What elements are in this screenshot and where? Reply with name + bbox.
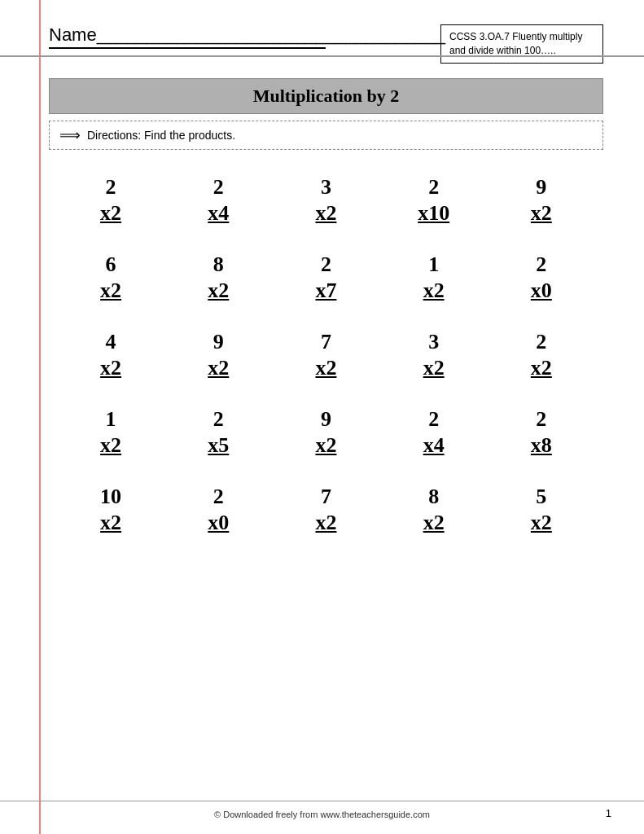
problem-3-2: 9x2 [177, 329, 259, 382]
problem-3-5: 2x2 [501, 329, 582, 382]
problems-row-2: 6x28x22x71x22x0 [49, 235, 603, 313]
problem-bottom: x2 [100, 432, 121, 459]
problem-top: 7 [321, 329, 331, 354]
problem-bottom: x2 [208, 277, 229, 305]
problem-top: 2 [213, 484, 224, 509]
problem-bottom: x4 [423, 432, 445, 459]
problem-1-5: 9x2 [501, 174, 582, 227]
problem-bottom: x2 [531, 354, 552, 382]
problem-5-3: 7x2 [285, 484, 366, 537]
problem-top: 2 [106, 174, 116, 200]
problem-3-3: 7x2 [285, 329, 366, 382]
header: Name___________________________________ … [49, 24, 603, 64]
problem-top: 6 [106, 252, 116, 277]
problem-4-1: 1x2 [70, 406, 151, 459]
problem-bottom: x0 [208, 509, 229, 537]
problem-2-5: 2x0 [501, 252, 582, 305]
problem-bottom: x2 [531, 200, 552, 227]
problem-top: 2 [536, 329, 546, 354]
problem-top: 2 [536, 406, 546, 432]
problem-1-1: 2x2 [70, 174, 151, 227]
problem-2-3: 2x7 [285, 252, 366, 305]
footer-text: © Downloaded freely from www.theteachers… [214, 810, 430, 819]
problem-top: 1 [428, 252, 439, 277]
problem-top: 4 [106, 329, 116, 354]
directions-text: Directions: Find the products. [87, 129, 235, 142]
problem-top: 1 [106, 406, 116, 432]
problem-bottom: x2 [315, 509, 336, 537]
problem-bottom: x7 [315, 277, 336, 305]
problem-3-4: 3x2 [393, 329, 475, 382]
problem-1-4: 2x10 [393, 174, 475, 227]
problem-3-1: 4x2 [70, 329, 151, 382]
problem-top: 7 [321, 484, 331, 509]
problem-bottom: x4 [208, 200, 229, 227]
name-label: Name [49, 24, 97, 45]
problem-bottom: x2 [208, 354, 229, 382]
problems-grid: 2x22x43x22x109x26x28x22x71x22x04x29x27x2… [49, 158, 603, 545]
problem-top: 3 [428, 329, 439, 354]
problem-top: 3 [321, 174, 331, 200]
problem-bottom: x2 [100, 200, 121, 227]
problem-top: 9 [321, 406, 331, 432]
problem-top: 2 [213, 174, 224, 200]
problem-5-4: 8x2 [393, 484, 475, 537]
standard-box: CCSS 3.OA.7 Fluently multiply and divide… [440, 24, 603, 64]
problems-row-5: 10x22x07x28x25x2 [49, 467, 603, 545]
problem-top: 5 [536, 484, 546, 509]
problem-bottom: x2 [315, 432, 336, 459]
problem-4-2: 2x5 [177, 406, 259, 459]
problem-2-4: 1x2 [393, 252, 475, 305]
problem-bottom: x2 [100, 354, 121, 382]
problem-bottom: x2 [423, 277, 445, 305]
problem-4-3: 9x2 [285, 406, 366, 459]
problems-row-1: 2x22x43x22x109x2 [49, 158, 603, 235]
footer: © Downloaded freely from www.theteachers… [0, 810, 644, 819]
problem-2-1: 6x2 [70, 252, 151, 305]
footer-line [0, 801, 644, 802]
problem-bottom: x2 [423, 354, 445, 382]
arrow-icon: ⟹ [59, 126, 81, 144]
problem-bottom: x2 [315, 354, 336, 382]
problem-top: 2 [321, 252, 331, 277]
problem-top: 10 [100, 484, 121, 509]
problem-4-4: 2x4 [393, 406, 475, 459]
problem-bottom: x2 [100, 277, 121, 305]
problem-top: 9 [536, 174, 546, 200]
standard-text: CCSS 3.OA.7 Fluently multiply and divide… [449, 31, 582, 56]
problem-5-5: 5x2 [501, 484, 582, 537]
problem-5-2: 2x0 [177, 484, 259, 537]
problem-top: 8 [213, 252, 224, 277]
directions-box: ⟹ Directions: Find the products. [49, 121, 603, 150]
problem-bottom: x2 [423, 509, 445, 537]
problem-bottom: x5 [208, 432, 229, 459]
problem-4-5: 2x8 [501, 406, 582, 459]
problem-top: 8 [428, 484, 439, 509]
problem-2-2: 8x2 [177, 252, 259, 305]
problem-bottom: x2 [531, 509, 552, 537]
problem-bottom: x8 [531, 432, 552, 459]
problem-5-1: 10x2 [70, 484, 151, 537]
problem-top: 2 [428, 174, 439, 200]
problem-top: 9 [213, 329, 224, 354]
problems-row-3: 4x29x27x23x22x2 [49, 313, 603, 390]
problem-top: 2 [428, 406, 439, 432]
page-number: 1 [606, 807, 611, 819]
problem-top: 2 [213, 406, 224, 432]
problem-bottom: x0 [531, 277, 552, 305]
problem-bottom: x2 [315, 200, 336, 227]
problem-1-2: 2x4 [177, 174, 259, 227]
worksheet-title: Multiplication by 2 [49, 78, 603, 114]
problems-row-4: 1x22x59x22x42x8 [49, 390, 603, 467]
problem-bottom: x10 [418, 200, 449, 227]
problem-bottom: x2 [100, 509, 121, 537]
worksheet-page: Name___________________________________ … [0, 0, 644, 834]
problem-1-3: 3x2 [285, 174, 366, 227]
problem-top: 2 [536, 252, 546, 277]
name-field: Name___________________________________ [49, 24, 326, 49]
